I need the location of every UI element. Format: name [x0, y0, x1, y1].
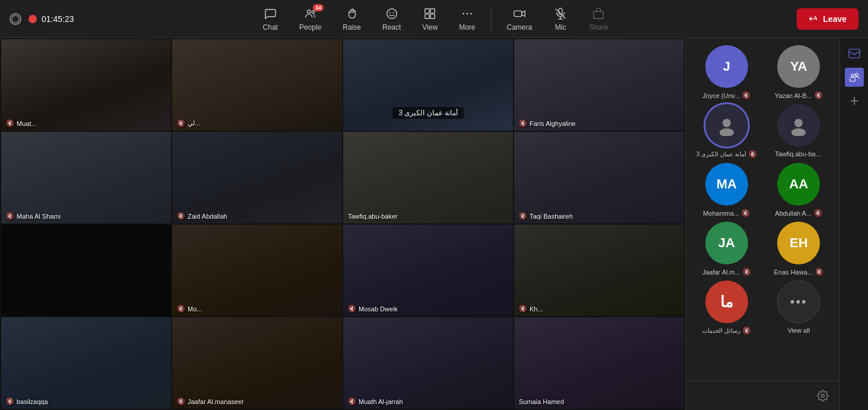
- video-cell-faris[interactable]: 🔇 Faris Alghyaline: [514, 39, 684, 131]
- share-icon: [591, 7, 606, 21]
- video-cell-taqi[interactable]: 🔇 Taqi Bashaireh: [514, 132, 684, 223]
- name-label-tawfiq: Tawfiq.abu-baker: [348, 213, 398, 220]
- video-cell-empty[interactable]: [1, 225, 171, 316]
- leave-button[interactable]: Leave: [797, 8, 859, 30]
- name-label-li: 🔇 لي...: [177, 119, 200, 127]
- mic-button[interactable]: Mic: [545, 3, 576, 35]
- video-cell-zaid[interactable]: 🔇 Zaid Abdallah: [172, 132, 342, 223]
- view-all-label[interactable]: View all: [787, 327, 810, 334]
- video-cell-amman[interactable]: أمانة عمان الكبرى 3: [343, 39, 513, 131]
- name-label-maha: 🔇 Maha Al Shami: [6, 212, 61, 220]
- teams-button[interactable]: [845, 68, 864, 87]
- svg-point-1: [307, 10, 311, 12]
- top-bar-left: 01:45:23: [9, 13, 74, 25]
- svg-point-11: [466, 12, 468, 14]
- add-button[interactable]: [844, 90, 865, 112]
- react-button[interactable]: React: [374, 3, 409, 35]
- video-cell-basil[interactable]: 🔇 basilzaqqa: [1, 317, 171, 409]
- participant-card-mohammad[interactable]: MA Mohamma... 🔇: [693, 163, 761, 217]
- mic-muted-jaafar: 🔇: [743, 268, 751, 276]
- participant-card-yazan[interactable]: YA Yazan Al-B... 🔇: [765, 45, 833, 99]
- video-cell-muath[interactable]: 🔇 Muath Al-jarrah: [343, 317, 513, 409]
- chat-button[interactable]: Chat: [255, 3, 286, 35]
- side-icons-bar: [840, 38, 868, 410]
- participant-card-jaafar-side[interactable]: JA Jaafar Al.m... 🔇: [693, 222, 761, 276]
- people-button[interactable]: 34 People: [291, 3, 330, 35]
- name-label-basil: 🔇 basilzaqqa: [6, 398, 48, 405]
- mic-off-icon-zaid: 🔇: [177, 212, 185, 220]
- mic-label: Mic: [555, 23, 566, 31]
- mic-muted-joyce: 🔇: [742, 92, 750, 99]
- side-panel: J Joyce (Unv... 🔇 YA Yazan Al-B... 🔇: [685, 38, 840, 410]
- participant-card-arabic[interactable]: ما رسائل الخدمات 🔇: [693, 280, 761, 335]
- toolbar: Chat 34 People Raise: [255, 3, 617, 35]
- mic-off-icon-maha: 🔇: [6, 212, 14, 220]
- participant-card-tawfiq[interactable]: Tawfiq.abu-baker: [765, 104, 833, 158]
- avatar-yazan: YA: [777, 45, 820, 88]
- share-button[interactable]: Share: [581, 3, 616, 35]
- camera-button[interactable]: Camera: [499, 3, 541, 35]
- svg-rect-13: [514, 11, 522, 16]
- view-button[interactable]: View: [414, 3, 446, 35]
- participant-name-enas: Enas Hawa...: [774, 269, 813, 276]
- participant-card-enas[interactable]: EH Enas Hawa... 🔇: [765, 222, 833, 276]
- react-icon: [385, 7, 399, 21]
- outlook-button[interactable]: [844, 43, 865, 64]
- raise-icon: [345, 7, 359, 21]
- participant-name-yazan: Yazan Al-B...: [775, 92, 812, 99]
- people-label: People: [299, 23, 321, 31]
- mic-off-icon-muath: 🔇: [348, 398, 356, 405]
- divider: [491, 7, 492, 31]
- record-dot: [28, 15, 37, 23]
- svg-rect-6: [425, 8, 429, 12]
- video-cell-muat[interactable]: 🔇 Muat...: [1, 39, 171, 131]
- avatar-arabic: ما: [705, 280, 748, 323]
- view-all-circle[interactable]: •••: [777, 280, 820, 323]
- participant-info-arabic: رسائل الخدمات 🔇: [693, 327, 761, 335]
- svg-rect-7: [430, 8, 435, 12]
- name-label-mo: 🔇 Mo...: [177, 305, 202, 313]
- settings-button[interactable]: [813, 386, 832, 405]
- raise-label: Raise: [343, 23, 361, 31]
- mic-off-icon-faris: 🔇: [519, 119, 527, 127]
- video-cell-jaafar[interactable]: 🔇 Jaafar Al.manaseer: [172, 317, 342, 409]
- svg-point-3: [387, 8, 397, 18]
- mic-icon: [553, 7, 568, 21]
- participant-card-abdullah[interactable]: AA Abdullah A... 🔇: [765, 163, 833, 217]
- svg-point-12: [470, 12, 472, 14]
- participant-name-mohammad: Mohamma...: [703, 210, 739, 217]
- more-label: More: [459, 23, 475, 31]
- video-cell-mosab[interactable]: 🔇 Mosab Dweik: [343, 225, 513, 316]
- react-label: React: [382, 23, 401, 31]
- camera-icon: [512, 7, 527, 21]
- settings-area: [686, 381, 840, 410]
- name-label-sumaia: Sumaia Hamed: [519, 398, 564, 405]
- name-label-mosab: 🔇 Mosab Dweik: [348, 305, 398, 313]
- ellipsis-icon: •••: [790, 294, 807, 310]
- avatar-joyce: J: [705, 45, 748, 88]
- view-all-card[interactable]: ••• View all: [765, 280, 833, 335]
- raise-button[interactable]: Raise: [334, 3, 369, 35]
- chat-icon: [263, 7, 277, 21]
- participant-card-amman3[interactable]: أمانة عمان الكبرى 3 🔇: [693, 104, 761, 158]
- svg-rect-8: [425, 14, 429, 18]
- mic-muted-yazan: 🔇: [815, 92, 823, 99]
- camera-label: Camera: [507, 23, 533, 31]
- svg-point-19: [723, 119, 731, 127]
- video-cell-kh[interactable]: 🔇 Kh...: [514, 225, 684, 316]
- avatar-amman3: [705, 104, 748, 147]
- video-cell-sumaia[interactable]: Sumaia Hamed: [514, 317, 684, 409]
- mic-off-icon: 🔇: [6, 119, 14, 127]
- video-cell-li[interactable]: 🔇 لي...: [172, 39, 342, 131]
- video-cell-tawfiq[interactable]: Tawfiq.abu-baker: [343, 132, 513, 223]
- participant-name-abdullah: Abdullah A...: [775, 210, 812, 217]
- mic-off-icon-taqi: 🔇: [519, 212, 527, 220]
- more-button[interactable]: More: [451, 3, 483, 35]
- svg-point-25: [851, 74, 854, 77]
- name-label-jaafar: 🔇 Jaafar Al.manaseer: [177, 398, 244, 405]
- video-cell-mo[interactable]: 🔇 Mo...: [172, 225, 342, 316]
- view-icon: [423, 7, 437, 21]
- participant-card-joyce[interactable]: J Joyce (Unv... 🔇: [693, 45, 761, 99]
- video-cell-maha[interactable]: 🔇 Maha Al Shami: [1, 132, 171, 223]
- participant-name-arabic: رسائل الخدمات: [702, 327, 740, 334]
